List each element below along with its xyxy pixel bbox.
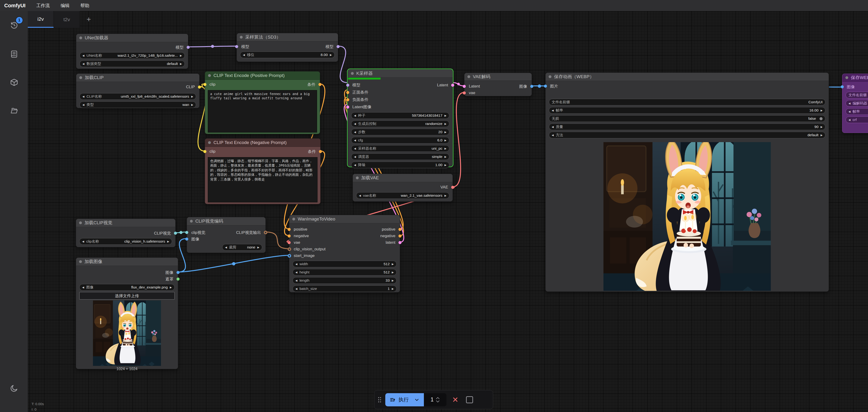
widget-sampler-name[interactable]: 采样器名称uni_pc: [351, 145, 449, 152]
workflows-book-icon[interactable]: [10, 50, 18, 58]
decrement-arrow-icon[interactable]: [82, 95, 84, 98]
input-pin-negative[interactable]: [288, 234, 291, 237]
node-clip-text-encode-positive[interactable]: CLIP Text Encode (Positive Prompt) clip条…: [205, 71, 320, 134]
collapse-dot-icon[interactable]: [79, 221, 82, 224]
node-load-clip[interactable]: 加载CLIP CLIP CLIP名称umt5_xxl_fp8_e4m3fn_sc…: [76, 73, 199, 108]
node-header[interactable]: K采样器: [348, 69, 453, 77]
increment-arrow-icon[interactable]: [444, 139, 446, 141]
drag-handle-icon[interactable]: [378, 396, 381, 403]
decrement-arrow-icon[interactable]: [848, 102, 850, 105]
node-header[interactable]: CLIP视觉编码: [187, 217, 266, 225]
widget-clip-vision-name[interactable]: clip名称clip_vision_h.safetensors: [79, 238, 172, 245]
collapse-dot-icon[interactable]: [845, 76, 848, 79]
node-ksampler[interactable]: K采样器 模型Latent 正面条件 负面条件 Latent图像 种子59736…: [348, 69, 453, 167]
node-load-vae[interactable]: 加载VAE VAE vae名称wan_2.1_vae.safetensors: [352, 173, 453, 202]
node-load-image[interactable]: 加载图像 图像 遮罩 图像flux_dev_example.png 选择文件上传…: [76, 257, 178, 369]
decrement-arrow-icon[interactable]: [354, 164, 356, 166]
output-pin-clip-vision-output[interactable]: [264, 231, 267, 234]
widget-control-after-generate[interactable]: 生成后控制randomize: [351, 121, 449, 127]
widget-scheduler[interactable]: 调度器simple: [351, 153, 449, 160]
increment-arrow-icon[interactable]: [191, 95, 193, 98]
tab-t2v[interactable]: t2v: [54, 11, 80, 28]
input-pin-model[interactable]: [346, 84, 349, 87]
node-header[interactable]: 保存WEBM: [842, 74, 868, 82]
node-header[interactable]: CLIP Text Encode (Positive Prompt): [205, 71, 320, 80]
input-pin-image[interactable]: [185, 237, 188, 241]
increment-arrow-icon[interactable]: [392, 263, 394, 265]
decrement-arrow-icon[interactable]: [82, 240, 84, 243]
decrement-arrow-icon[interactable]: [82, 54, 84, 57]
widget-shift[interactable]: 移位8.00: [240, 52, 335, 58]
node-header[interactable]: WanImageToVideo: [289, 215, 400, 223]
input-pin-positive[interactable]: [346, 91, 349, 94]
increment-arrow-icon[interactable]: [180, 63, 182, 65]
widget-width[interactable]: width512: [292, 261, 397, 267]
decrement-arrow-icon[interactable]: [82, 63, 84, 65]
widget-fps[interactable]: 帧率16.00: [549, 107, 826, 114]
decrement-arrow-icon[interactable]: [225, 246, 227, 249]
decrement-arrow-icon[interactable]: [243, 54, 245, 56]
collapse-dot-icon[interactable]: [79, 76, 82, 79]
increment-arrow-icon[interactable]: [180, 54, 182, 57]
theme-moon-icon[interactable]: [10, 384, 18, 392]
collapse-dot-icon[interactable]: [79, 260, 82, 263]
node-header[interactable]: 采样算法（SD3）: [237, 33, 338, 41]
collapse-dot-icon[interactable]: [351, 72, 354, 75]
widget-codec[interactable]: 编解码器: [846, 100, 868, 106]
decrement-arrow-icon[interactable]: [354, 123, 356, 125]
node-header[interactable]: CLIP Text Encode (Negative Prompt): [205, 138, 320, 147]
collapse-dot-icon[interactable]: [190, 220, 193, 223]
decrement-arrow-icon[interactable]: [552, 109, 554, 112]
node-header[interactable]: 加载VAE: [353, 174, 453, 182]
chevron-down-icon[interactable]: [414, 397, 420, 403]
decrement-arrow-icon[interactable]: [354, 147, 356, 150]
widget-batch-size[interactable]: batch_size1: [292, 285, 397, 292]
wire-vae-to-vaedecode[interactable]: [453, 92, 464, 187]
increment-arrow-icon[interactable]: [330, 54, 332, 56]
node-save-animated-webp[interactable]: 保存动画（WEBP） 图片 文件名前缀ComfyUI 帧率16.00 无损fal…: [545, 72, 829, 292]
increment-arrow-icon[interactable]: [392, 279, 394, 282]
node-clip-vision-encode[interactable]: CLIP视觉编码 clip视觉CLIP视觉输出 图像 裁剪none: [187, 217, 266, 253]
toggle-knob-icon[interactable]: [819, 117, 823, 120]
output-pin-image[interactable]: [177, 271, 180, 274]
increment-arrow-icon[interactable]: [167, 240, 169, 243]
widget-unet-name[interactable]: UNet名称wan2.1_i2v_720p_14B_fp16.safete...: [80, 52, 185, 59]
output-pin-latent[interactable]: [399, 241, 402, 244]
input-pin-model[interactable]: [235, 45, 238, 48]
increment-arrow-icon[interactable]: [392, 288, 394, 290]
input-pin-latent[interactable]: [463, 85, 466, 88]
menu-edit[interactable]: 编辑: [61, 3, 69, 9]
increment-arrow-icon[interactable]: [444, 147, 446, 150]
widget-steps[interactable]: 步数20: [351, 129, 449, 135]
widget-filename-prefix[interactable]: 文件名前缀ComfyUI: [549, 99, 826, 105]
stepper-down-icon[interactable]: [436, 400, 440, 403]
browse-folder-icon[interactable]: [10, 106, 18, 115]
decrement-arrow-icon[interactable]: [296, 263, 297, 265]
wire-image-loadimage-to-clipvisionencode[interactable]: [178, 239, 187, 272]
increment-arrow-icon[interactable]: [444, 156, 446, 158]
input-pin-clip-vision[interactable]: [185, 231, 188, 234]
increment-arrow-icon[interactable]: [444, 164, 446, 166]
increment-arrow-icon[interactable]: [444, 114, 446, 117]
input-pin-image[interactable]: [544, 85, 547, 88]
stepper-up-icon[interactable]: [436, 397, 440, 399]
output-pin-model[interactable]: [337, 45, 340, 48]
input-pin-positive[interactable]: [288, 228, 291, 231]
node-vae-decode[interactable]: VAE解码 Latent图像 vae: [464, 73, 532, 96]
input-pin-vae[interactable]: [288, 241, 291, 244]
link-dot-image2[interactable]: [232, 262, 235, 265]
widget-quality[interactable]: 质量90: [549, 124, 826, 130]
node-clip-text-encode-negative[interactable]: CLIP Text Encode (Negative Prompt) clip条…: [205, 138, 320, 204]
prompt-textarea[interactable]: 色调艳丽，过曝，静态，细节模糊不清，字幕，风格，作品，画作，画面，静止，整体发灰…: [208, 157, 317, 202]
input-pin-image[interactable]: [841, 86, 844, 89]
output-pin-latent[interactable]: [451, 84, 454, 87]
increment-arrow-icon[interactable]: [444, 123, 446, 125]
node-unet-loader[interactable]: UNet加载器 模型 UNet名称wan2.1_i2v_720p_14B_fp1…: [76, 34, 188, 69]
decrement-arrow-icon[interactable]: [82, 103, 84, 106]
node-header[interactable]: VAE解码: [464, 73, 532, 81]
output-pin-negative[interactable]: [399, 234, 402, 237]
decrement-arrow-icon[interactable]: [296, 271, 297, 274]
node-model-sampling-sd3[interactable]: 采样算法（SD3） 模型模型 移位8.00: [237, 33, 338, 62]
widget-length[interactable]: length33: [292, 277, 397, 284]
node-header[interactable]: 加载图像: [76, 258, 178, 266]
